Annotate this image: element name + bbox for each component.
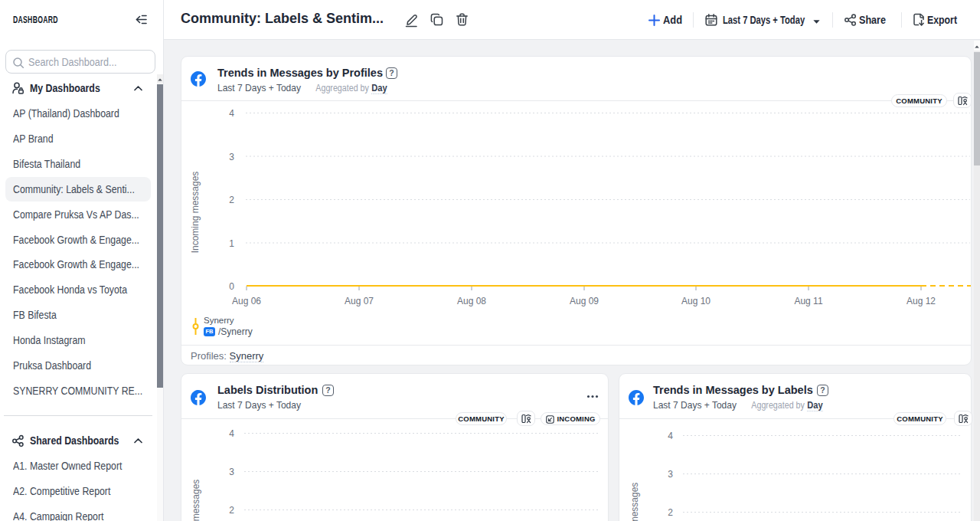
svg-text:Aug 10: Aug 10 (681, 296, 710, 306)
svg-text:Aug 12: Aug 12 (906, 296, 936, 306)
svg-text:Incoming messages: Incoming messages (629, 483, 640, 521)
svg-text:Aug 09: Aug 09 (570, 296, 599, 306)
svg-text:3: 3 (229, 467, 234, 477)
svg-text:3: 3 (668, 469, 673, 480)
svg-text:2: 2 (229, 195, 234, 205)
svg-text:0: 0 (229, 281, 234, 292)
svg-text:1: 1 (229, 238, 234, 249)
svg-text:Aug 07: Aug 07 (345, 296, 374, 306)
svg-text:4: 4 (229, 108, 234, 119)
svg-text:Aug 06: Aug 06 (232, 296, 261, 306)
svg-text:3: 3 (229, 152, 234, 162)
svg-text:Aug 11: Aug 11 (794, 296, 822, 306)
svg-text:Aug 08: Aug 08 (457, 296, 486, 306)
svg-text:Incoming messages: Incoming messages (190, 172, 201, 254)
svg-text:2: 2 (229, 505, 234, 516)
svg-text:2: 2 (668, 507, 673, 518)
svg-text:4: 4 (229, 428, 234, 439)
svg-text:Incoming messages: Incoming messages (191, 480, 201, 521)
svg-text:4: 4 (668, 431, 673, 441)
